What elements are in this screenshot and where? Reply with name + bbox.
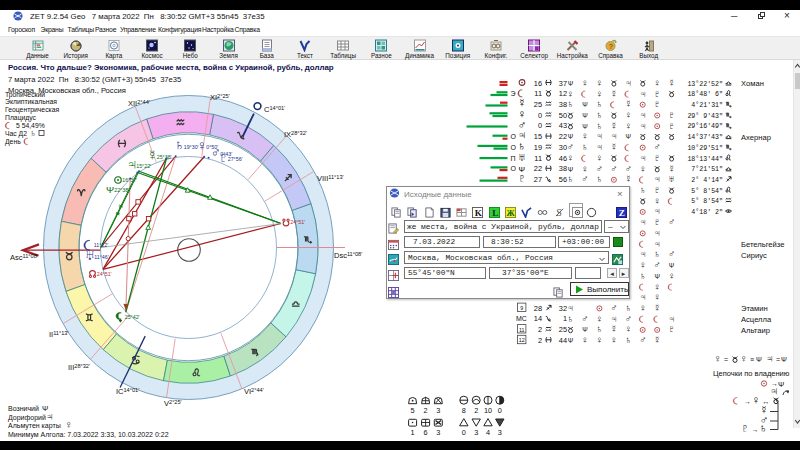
svg-text:2: 2 <box>538 336 542 345</box>
svg-text:♇: ♇ <box>654 184 661 195</box>
svg-text:♃: ♃ <box>610 313 617 324</box>
svg-text:10: 10 <box>484 406 492 415</box>
svg-text:♂: ♂ <box>610 302 617 313</box>
svg-text:Ψ: Ψ <box>582 326 588 333</box>
svg-text:♂: ♂ <box>581 313 588 324</box>
svg-text:46: 46 <box>559 154 567 163</box>
svg-text:♀: ♀ <box>581 77 588 88</box>
svg-text:♂: ♂ <box>668 248 675 259</box>
svg-text:Ψ: Ψ <box>568 80 574 87</box>
svg-text:♂: ♂ <box>610 163 617 174</box>
svg-text:☿: ☿ <box>668 77 675 88</box>
svg-text:2: 2 <box>424 406 428 415</box>
svg-text:♄: ♄ <box>596 120 603 131</box>
svg-text:♇: ♇ <box>654 216 661 227</box>
svg-text:♀: ♀ <box>596 334 603 345</box>
svg-text:15°22′: 15°22′ <box>136 163 151 169</box>
svg-text:♃: ♃ <box>596 130 603 141</box>
svg-text:♇: ♇ <box>654 88 661 99</box>
svg-text:♀: ♀ <box>65 419 73 430</box>
svg-text:2: 2 <box>538 325 542 334</box>
svg-text:24°51′: 24°51′ <box>97 271 112 277</box>
svg-text:♃: ♃ <box>639 120 646 131</box>
svg-text:24°51′: 24°51′ <box>290 219 305 225</box>
svg-text:☿: ☿ <box>654 302 661 313</box>
svg-text:♀: ♀ <box>596 152 603 163</box>
svg-text:☿: ☿ <box>625 173 632 184</box>
svg-text:7°21′51″: 7°21′51″ <box>691 165 723 173</box>
svg-text:♀: ♀ <box>581 334 588 345</box>
svg-text:♇: ♇ <box>518 171 527 185</box>
svg-text:♀: ♀ <box>567 88 574 99</box>
svg-text:♀: ♀ <box>567 152 574 163</box>
svg-text:♇: ♇ <box>654 98 661 109</box>
svg-text:♃: ♃ <box>625 77 632 88</box>
svg-text:♄: ♄ <box>596 98 603 109</box>
svg-text:MC: MC <box>516 315 527 322</box>
svg-text:30: 30 <box>559 143 567 152</box>
svg-text:♄: ♄ <box>596 323 603 334</box>
svg-text:2: 2 <box>474 406 478 415</box>
svg-text:☿: ☿ <box>654 334 661 345</box>
svg-text:♅: ♅ <box>668 173 675 184</box>
svg-text:♀: ♀ <box>610 334 617 345</box>
svg-text:5: 5 <box>411 406 415 415</box>
svg-text:♂: ♂ <box>668 216 675 227</box>
svg-text:♃: ♃ <box>639 152 646 163</box>
svg-text:О: О <box>511 165 517 172</box>
svg-text:56: 56 <box>559 175 567 184</box>
svg-text:4°18′ 2″: 4°18′ 2″ <box>691 208 723 216</box>
svg-text:Ψ: Ψ <box>654 273 660 280</box>
svg-text:37: 37 <box>559 79 567 88</box>
svg-text:0: 0 <box>498 406 502 415</box>
svg-text:28: 28 <box>534 304 542 313</box>
svg-text:22: 22 <box>534 164 542 173</box>
svg-text:Альмутен карты: Альмутен карты <box>8 422 61 430</box>
svg-text:27°56′: 27°56′ <box>228 156 243 162</box>
svg-text:38: 38 <box>559 164 567 173</box>
svg-text:Ψ: Ψ <box>756 356 762 363</box>
svg-text:K: K <box>475 208 483 218</box>
svg-text:Альтаир: Альтаир <box>741 326 770 335</box>
svg-text:♀: ♀ <box>639 259 646 270</box>
svg-text:11°12′: 11°12′ <box>94 242 109 248</box>
svg-text:2° 4′14″: 2° 4′14″ <box>691 176 723 184</box>
svg-text:☿: ☿ <box>610 141 617 152</box>
svg-text:♇: ♇ <box>741 421 750 435</box>
svg-text:VI2°44′: VI2°44′ <box>244 387 264 396</box>
svg-text:О: О <box>511 144 517 151</box>
svg-text:♄: ♄ <box>567 313 574 324</box>
svg-text:Ψ: Ψ <box>781 356 787 363</box>
svg-text:Ψ: Ψ <box>582 123 588 130</box>
svg-text:♀: ♀ <box>596 313 603 324</box>
svg-text:Asc11°08′: Asc11°08′ <box>10 253 38 262</box>
svg-text:9: 9 <box>520 305 523 311</box>
svg-text:25: 25 <box>559 325 567 334</box>
svg-text:11: 11 <box>519 327 525 333</box>
svg-text:♃: ♃ <box>639 291 646 302</box>
svg-text:♄: ♄ <box>581 141 588 152</box>
svg-text:♀: ♀ <box>581 163 588 174</box>
svg-text:3: 3 <box>436 428 440 437</box>
svg-text:Ψ: Ψ <box>582 112 588 119</box>
svg-text:13°22′52″: 13°22′52″ <box>687 80 723 88</box>
svg-text:3: 3 <box>498 428 502 437</box>
svg-text:Ψ: Ψ <box>582 101 588 108</box>
svg-text:♀: ♀ <box>625 120 632 131</box>
svg-text:♀: ♀ <box>639 163 646 174</box>
svg-text:22: 22 <box>559 132 567 141</box>
svg-text:♄: ♄ <box>567 98 574 109</box>
svg-text:25°38′: 25°38′ <box>157 154 172 160</box>
svg-text:Час Д2: Час Д2 <box>5 130 27 138</box>
svg-text:♄: ♄ <box>29 127 36 138</box>
svg-text:♀: ♀ <box>625 109 632 120</box>
svg-text:♂: ♂ <box>596 163 603 174</box>
svg-text:♃: ♃ <box>567 302 574 313</box>
svg-text:=: = <box>724 356 728 363</box>
svg-text:♀: ♀ <box>654 281 661 292</box>
svg-text:II11°13′: II11°13′ <box>49 330 69 339</box>
svg-text:12: 12 <box>559 89 567 98</box>
svg-text:Ψ: Ψ <box>568 337 574 344</box>
svg-text:4°21′31″: 4°21′31″ <box>691 101 723 109</box>
svg-text:☿: ☿ <box>610 120 617 131</box>
